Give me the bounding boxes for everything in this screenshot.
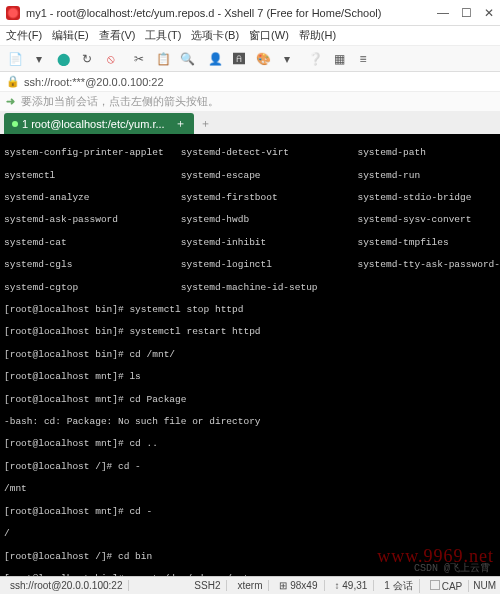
status-num: NUM xyxy=(473,580,496,591)
hint-bar: ➜ 要添加当前会话，点击左侧的箭头按钮。 xyxy=(0,92,500,112)
menu-view[interactable]: 查看(V) xyxy=(99,28,136,43)
font-icon[interactable]: 🅰 xyxy=(230,50,248,68)
lock-icon: 🔒 xyxy=(6,75,20,88)
maximize-button[interactable]: ☐ xyxy=(461,6,472,20)
term-line: [root@localhost mnt]# ls xyxy=(4,371,141,382)
term-line: [root@localhost /]# cd - xyxy=(4,461,141,472)
term-line: systemd-analyze systemd-firstboot system… xyxy=(4,192,471,203)
status-protocol: SSH2 xyxy=(188,580,227,591)
window-title: my1 - root@localhost:/etc/yum.repos.d - … xyxy=(26,7,437,19)
status-term-type: xterm xyxy=(231,580,269,591)
status-connection: ssh://root@20.0.0.100:22 xyxy=(4,580,129,591)
color-icon[interactable]: 🎨 xyxy=(254,50,272,68)
find-icon[interactable]: 🔍 xyxy=(178,50,196,68)
status-sessions: 1 会话 xyxy=(378,579,419,593)
address-bar: 🔒 ssh://root:***@20.0.0.100:22 xyxy=(0,72,500,92)
term-line: systemd-cat systemd-inhibit systemd-tmpf… xyxy=(4,237,449,248)
status-size: 98x49 xyxy=(290,580,317,591)
disconnect-icon[interactable]: ⦸ xyxy=(102,50,120,68)
tab-menu-icon[interactable]: ＋ xyxy=(175,116,186,131)
term-line: / xyxy=(4,528,10,539)
terminal-output[interactable]: system-config-printer-applet systemd-det… xyxy=(0,134,500,576)
menu-tabs[interactable]: 选项卡(B) xyxy=(191,28,239,43)
status-cap: CAP xyxy=(442,581,463,592)
address-text[interactable]: ssh://root:***@20.0.0.100:22 xyxy=(24,76,164,88)
term-line: systemd-ask-password systemd-hwdb system… xyxy=(4,214,471,225)
connect-icon[interactable]: ⬤ xyxy=(54,50,72,68)
term-line: -bash: cd: Package: No such file or dire… xyxy=(4,416,261,427)
term-line: [root@localhost mnt]# cd Package xyxy=(4,394,186,405)
term-line: systemd-cgtop systemd-machine-id-setup xyxy=(4,282,318,293)
term-line: [root@localhost bin]# systemctl restart … xyxy=(4,326,261,337)
app-icon xyxy=(6,6,20,20)
tab-label: 1 root@localhost:/etc/yum.r... xyxy=(22,118,165,130)
status-pos: 49,31 xyxy=(342,580,367,591)
copy-icon[interactable]: ✂ xyxy=(130,50,148,68)
status-bar: ssh://root@20.0.0.100:22 SSH2 xterm ⊞ 98… xyxy=(0,576,500,594)
caps-icon xyxy=(430,580,440,590)
help-icon[interactable]: ❔ xyxy=(306,50,324,68)
tab-status-icon xyxy=(12,121,18,127)
log-icon[interactable]: ≡ xyxy=(354,50,372,68)
hint-text: 要添加当前会话，点击左侧的箭头按钮。 xyxy=(21,94,219,109)
menu-file[interactable]: 文件(F) xyxy=(6,28,42,43)
term-line: [root@localhost bin]# systemctl stop htt… xyxy=(4,304,243,315)
grid-icon: ⊞ xyxy=(279,580,287,591)
paste-icon[interactable]: 📋 xyxy=(154,50,172,68)
minimize-button[interactable]: — xyxy=(437,6,449,20)
watermark: www.9969.net xyxy=(377,551,494,562)
term-line: /mnt xyxy=(4,483,27,494)
add-session-icon[interactable]: ➜ xyxy=(6,95,15,108)
open-icon[interactable]: ▾ xyxy=(30,50,48,68)
term-line: [root@localhost bin]# cd /mnt/ xyxy=(4,349,175,360)
menu-bar: 文件(F) 编辑(E) 查看(V) 工具(T) 选项卡(B) 窗口(W) 帮助(… xyxy=(0,26,500,46)
toolbar: 📄 ▾ ⬤ ↻ ⦸ ✂ 📋 🔍 👤 🅰 🎨 ▾ ❔ ▦ ≡ xyxy=(0,46,500,72)
tab-bar: 1 root@localhost:/etc/yum.r... ＋ ＋ xyxy=(0,112,500,134)
watermark-secondary: CSDN @飞上云霄 xyxy=(414,563,490,574)
term-line: systemctl systemd-escape systemd-run xyxy=(4,170,420,181)
reconnect-icon[interactable]: ↻ xyxy=(78,50,96,68)
term-line: [root@localhost mnt]# cd .. xyxy=(4,438,158,449)
panel-icon[interactable]: ▦ xyxy=(330,50,348,68)
properties-icon[interactable]: 👤 xyxy=(206,50,224,68)
window-controls: — ☐ ✕ xyxy=(437,6,494,20)
term-line: [root@localhost bin]# mount /dev/cdron /… xyxy=(4,573,249,576)
menu-tools[interactable]: 工具(T) xyxy=(145,28,181,43)
more-icon[interactable]: ▾ xyxy=(278,50,296,68)
session-tab[interactable]: 1 root@localhost:/etc/yum.r... ＋ xyxy=(4,113,194,134)
term-line: [root@localhost /]# cd bin xyxy=(4,551,152,562)
cursor-pos-icon: ↕ xyxy=(335,580,340,591)
term-line: [root@localhost mnt]# cd - xyxy=(4,506,152,517)
menu-help[interactable]: 帮助(H) xyxy=(299,28,336,43)
menu-edit[interactable]: 编辑(E) xyxy=(52,28,89,43)
tab-add-button[interactable]: ＋ xyxy=(194,116,217,131)
title-bar: my1 - root@localhost:/etc/yum.repos.d - … xyxy=(0,0,500,26)
term-line: systemd-cgls systemd-loginctl systemd-tt… xyxy=(4,259,500,270)
close-button[interactable]: ✕ xyxy=(484,6,494,20)
term-line: system-config-printer-applet systemd-det… xyxy=(4,147,426,158)
menu-window[interactable]: 窗口(W) xyxy=(249,28,289,43)
new-session-icon[interactable]: 📄 xyxy=(6,50,24,68)
